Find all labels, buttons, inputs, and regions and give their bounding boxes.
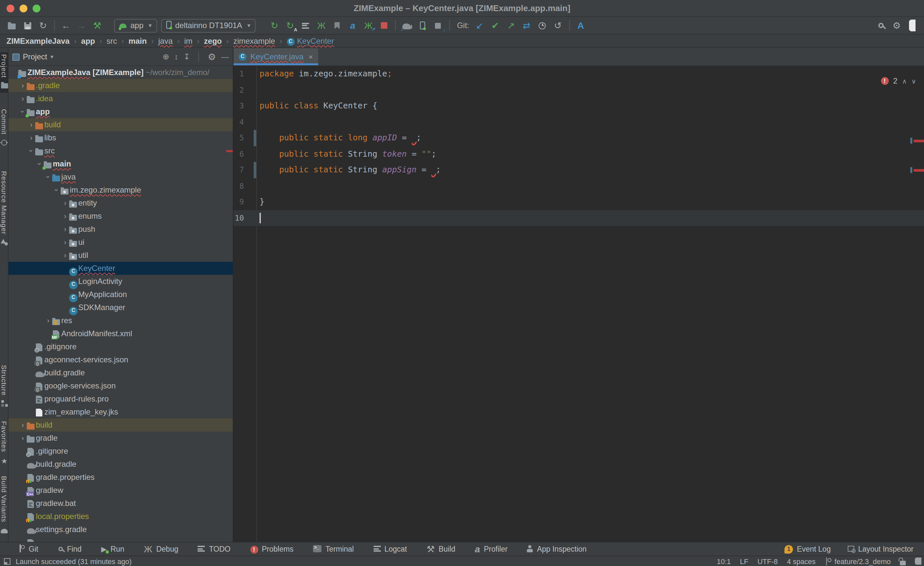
coverage-icon[interactable] (298, 18, 314, 33)
save-all-icon[interactable] (20, 18, 35, 33)
tree-item-gradlew-bat[interactable]: gradlew.bat (9, 497, 233, 510)
tool-window-button-todo[interactable]: TODO (198, 545, 231, 553)
tree-item-gradle[interactable]: ›gradle (9, 432, 233, 444)
tree-item-libs[interactable]: ›libs (9, 131, 233, 144)
tool-window-toggle-icon[interactable] (4, 558, 10, 564)
breadcrumb-item-src[interactable]: src (106, 36, 117, 45)
settings-gear-icon[interactable]: ⚙ (208, 52, 216, 62)
breadcrumb-item-java[interactable]: java (159, 36, 173, 45)
stop-icon[interactable] (376, 18, 392, 33)
tree-item-build-gradle[interactable]: build.gradle (9, 366, 233, 379)
status-message[interactable]: Launch succeeded (31 minutes ago) (16, 557, 132, 565)
tree-item-settings-gradle[interactable]: settings.gradle (9, 523, 233, 536)
sdk-manager-icon[interactable]: ↓ (430, 18, 446, 33)
run-config-combo[interactable]: app (114, 19, 157, 32)
open-project-icon[interactable] (4, 18, 20, 33)
settings-gear-icon[interactable]: ⚙ (889, 18, 904, 33)
profile-icon[interactable] (329, 18, 345, 33)
tool-window-button-app-inspection[interactable]: App Inspection (527, 545, 586, 554)
code-line-10[interactable]: 10 (234, 210, 924, 226)
tree-item-main[interactable]: ›main (9, 157, 233, 170)
code-line-8[interactable]: 8 (234, 178, 924, 194)
tree-item-sdkmanager[interactable]: CSDKManager (9, 301, 233, 314)
vcs-diff-icon[interactable]: ⇄ (519, 18, 534, 33)
tree-item-entity[interactable]: ›entity (9, 197, 233, 209)
gradle-sync-icon[interactable] (399, 18, 415, 33)
tool-window-button-git[interactable]: Git (18, 545, 38, 554)
chevron-collapsed-icon[interactable]: › (20, 418, 26, 432)
editor-body[interactable]: ! 2 ∧ ∨ 1package im.zego.zimexample;23pu… (234, 66, 924, 542)
tree-item-androidmanifest-xml[interactable]: MFAndroidManifest.xml (9, 327, 233, 340)
tree-item-agconnect-services-json[interactable]: {}agconnect-services.json (9, 353, 233, 366)
code-line-4[interactable]: 4 (234, 114, 924, 130)
expand-all-icon[interactable]: ↕ (174, 52, 178, 61)
tree-item-local-properties[interactable]: local.properties (9, 510, 233, 523)
profiler-icon[interactable]: a (345, 18, 361, 33)
partial-edge-icon[interactable] (904, 18, 920, 33)
sync-icon[interactable]: ↻ (35, 18, 51, 33)
device-combo[interactable]: deltainno DT1901A (161, 19, 256, 32)
tool-window-button-run[interactable]: ▶Run (101, 545, 124, 553)
tool-window-button-structure[interactable]: Structure (0, 363, 9, 411)
tree-item-java[interactable]: ›java (9, 170, 233, 184)
tool-window-button-layout-inspector[interactable]: Layout Inspector (848, 545, 914, 553)
tool-window-button-resource-manager[interactable]: Resource Manager (0, 169, 9, 250)
tree-item-proguard-rules-pro[interactable]: proguard-rules.pro (9, 392, 233, 405)
translate-icon[interactable]: A (573, 18, 588, 33)
vcs-commit-icon[interactable]: ✔ (488, 18, 503, 33)
chevron-collapsed-icon[interactable]: › (28, 118, 34, 131)
tool-window-button-problems[interactable]: !Problems (250, 545, 293, 553)
tree-item-util[interactable]: ›util (9, 249, 233, 262)
collapse-all-icon[interactable]: ↧ (183, 52, 190, 61)
tree-item-loginactivity[interactable]: CLoginActivity (9, 275, 233, 288)
chevron-collapsed-icon[interactable]: › (20, 79, 26, 92)
code-line-7[interactable]: 7 public static String appSign = ; (234, 162, 924, 178)
breadcrumb-item-zimexamplejava[interactable]: ZIMExampleJava (6, 36, 69, 45)
tree-item-push[interactable]: ›push (9, 223, 233, 236)
chevron-collapsed-icon[interactable]: › (62, 236, 69, 249)
tab-keycenter-java[interactable]: C KeyCenter.java × (234, 48, 318, 65)
tool-window-button-commit[interactable]: Commit (0, 107, 9, 149)
vcs-update-icon[interactable]: ↙ (472, 18, 488, 33)
tool-window-button-project[interactable]: Project (0, 52, 9, 93)
apply-changes-icon[interactable]: ↻A (282, 18, 298, 33)
tree-item-build[interactable]: ›build (9, 118, 233, 131)
tree-item-partial[interactable] (9, 536, 233, 542)
breadcrumb-item-zimexample[interactable]: zimexample (234, 36, 275, 45)
code-line-5[interactable]: 5 public static long appID = ; (234, 130, 924, 146)
chevron-collapsed-icon[interactable]: › (62, 209, 69, 223)
tree-item-myapplication[interactable]: CMyApplication (9, 288, 233, 301)
tree-item-app[interactable]: ›app (9, 105, 233, 118)
tree-item-zim-example-key-jks[interactable]: zim_example_key.jks (9, 405, 233, 418)
chevron-collapsed-icon[interactable]: › (28, 131, 34, 144)
tool-window-button-profiler[interactable]: aProfiler (475, 545, 507, 554)
breadcrumb-item-app[interactable]: app (81, 36, 95, 45)
tree-item-im-zego-zimexample[interactable]: ›im.zego.zimexample (9, 184, 233, 197)
chevron-collapsed-icon[interactable]: › (20, 432, 26, 444)
code-line-1[interactable]: 1package im.zego.zimexample; (234, 66, 924, 82)
tool-window-button-build-variants[interactable]: Build Variants (0, 474, 9, 537)
build-hammer-icon[interactable]: ⚒ (89, 18, 105, 33)
tool-window-button-build[interactable]: ⚒Build (426, 545, 455, 554)
tree-item-res[interactable]: ›res (9, 314, 233, 327)
chevron-collapsed-icon[interactable]: › (45, 314, 51, 327)
tool-window-button-event-log[interactable]: 1Event Log (784, 545, 831, 554)
tool-window-button-find[interactable]: Find (58, 545, 81, 553)
vcs-rollback-icon[interactable]: ↺ (550, 18, 566, 33)
rerun-icon[interactable]: ↻ (267, 18, 282, 33)
tool-window-button-debug[interactable]: ЖDebug (144, 545, 178, 554)
code-line-3[interactable]: 3public class KeyCenter { (234, 98, 924, 114)
debug-icon[interactable]: Ж (314, 18, 329, 33)
close-icon[interactable]: × (309, 53, 313, 60)
chevron-collapsed-icon[interactable]: › (62, 223, 69, 236)
breadcrumb-item-keycenter[interactable]: CKeyCenter (286, 36, 334, 46)
back-icon[interactable]: ← (58, 18, 74, 33)
code-line-6[interactable]: 6 public static String token = ""; (234, 146, 924, 162)
tree-item-enums[interactable]: ›enums (9, 209, 233, 223)
tree-item-gradle[interactable]: ›.gradle (9, 79, 233, 92)
tree-item-gradlew[interactable]: C++gradlew (9, 484, 233, 497)
tree-item-google-services-json[interactable]: {}google-services.json (9, 379, 233, 392)
git-branch-widget[interactable]: feature/2.3_demo (825, 557, 891, 565)
code-line-9[interactable]: 9} (234, 194, 924, 210)
readonly-toggle[interactable] (900, 557, 906, 565)
